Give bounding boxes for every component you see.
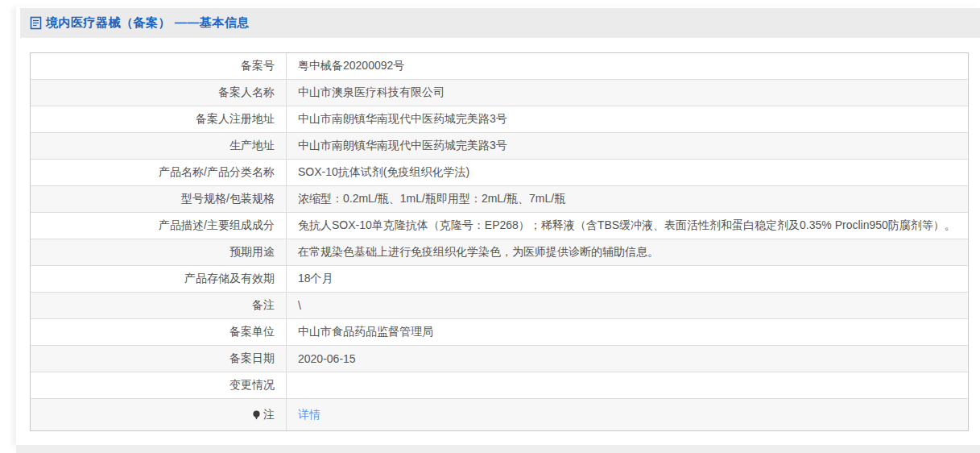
row-value-text: 中山市食品药品监督管理局: [298, 325, 433, 339]
row-label: 生产地址: [31, 133, 287, 159]
row-label: 备案日期: [31, 346, 287, 372]
row-label: 备案单位: [31, 319, 287, 345]
row-value-text: 2020-06-15: [298, 352, 356, 365]
row-value: 粤中械备20200092号: [287, 53, 968, 79]
row-label-text: 备案人名称: [218, 85, 275, 100]
bulb-icon: [252, 410, 261, 421]
row-value-text: 18个月: [298, 272, 333, 286]
row-label: 备案人名称: [31, 80, 287, 106]
row-value: SOX-10抗体试剂(免疫组织化学法): [287, 160, 968, 185]
row-value: 中山市澳泉医疗科技有限公司: [287, 80, 968, 106]
row-value: 详情: [287, 399, 968, 430]
row-value: 中山市南朗镇华南现代中医药城完美路3号: [287, 133, 968, 159]
row-value: 中山市食品药品监督管理局: [287, 319, 968, 345]
table-row: 备注\: [31, 293, 968, 319]
row-label: 备案人注册地址: [31, 106, 287, 132]
row-label: 型号规格/包装规格: [31, 186, 287, 212]
row-value: [287, 372, 968, 398]
table-row: 产品名称/产品分类名称SOX-10抗体试剂(免疫组织化学法): [31, 160, 968, 186]
row-value-text: SOX-10抗体试剂(免疫组织化学法): [298, 165, 469, 180]
row-value: 浓缩型：0.2mL/瓶、1mL/瓶即用型：2mL/瓶、7mL/瓶: [287, 186, 968, 212]
row-value-text: 中山市澳泉医疗科技有限公司: [298, 85, 445, 100]
row-value-text: 粤中械备20200092号: [298, 59, 404, 73]
info-table: 备案号粤中械备20200092号备案人名称中山市澳泉医疗科技有限公司备案人注册地…: [30, 52, 969, 431]
row-value: \: [287, 293, 968, 318]
row-label-text: 预期用途: [229, 245, 275, 260]
row-label: 产品描述/主要组成成分: [31, 213, 287, 239]
page-bottom-strip: [16, 445, 980, 453]
table-row: 预期用途在常规染色基础上进行免疫组织化学染色，为医师提供诊断的辅助信息。: [31, 239, 968, 266]
row-value: 在常规染色基础上进行免疫组织化学染色，为医师提供诊断的辅助信息。: [287, 239, 968, 265]
detail-link[interactable]: 详情: [298, 408, 320, 422]
row-label-text: 型号规格/包装规格: [181, 192, 275, 206]
row-value-text: \: [298, 299, 301, 312]
row-label-text: 变更情况: [229, 378, 275, 393]
table-row: 生产地址中山市南朗镇华南现代中医药城完美路3号: [31, 133, 968, 160]
row-value: 中山市南朗镇华南现代中医药城完美路3号: [287, 106, 968, 132]
table-row: 备案人注册地址中山市南朗镇华南现代中医药城完美路3号: [31, 106, 968, 133]
table-row: 产品描述/主要组成成分兔抗人SOX-10单克隆抗体（克隆号：EP268）；稀释液…: [31, 213, 968, 239]
table-row: 注详情: [31, 399, 968, 430]
table-row: 备案人名称中山市澳泉医疗科技有限公司: [31, 80, 968, 106]
page-container: 境内医疗器械（备案） ——基本信息 备案号粤中械备20200092号备案人名称中…: [16, 6, 980, 445]
row-label-text: 产品存储及有效期: [184, 272, 275, 286]
row-value-text: 中山市南朗镇华南现代中医药城完美路3号: [298, 112, 507, 127]
section-header: 境内医疗器械（备案） ——基本信息: [20, 8, 980, 38]
table-row: 备案号粤中械备20200092号: [31, 53, 968, 80]
row-label: 备注: [31, 293, 287, 318]
row-value: 2020-06-15: [287, 346, 968, 372]
row-label-text: 备案号: [241, 59, 275, 73]
row-value: 兔抗人SOX-10单克隆抗体（克隆号：EP268）；稀释液（含TBS缓冲液、表面…: [287, 213, 968, 239]
row-label: 产品存储及有效期: [31, 266, 287, 292]
table-row: 型号规格/包装规格浓缩型：0.2mL/瓶、1mL/瓶即用型：2mL/瓶、7mL/…: [31, 186, 968, 213]
row-label: 预期用途: [31, 239, 287, 265]
table-row: 变更情况: [31, 372, 968, 399]
table-row: 产品存储及有效期18个月: [31, 266, 968, 293]
page-title: 境内医疗器械（备案） ——基本信息: [46, 15, 250, 31]
row-label: 变更情况: [31, 372, 287, 398]
row-label-text: 备案日期: [229, 351, 275, 366]
row-value: 18个月: [287, 266, 968, 292]
row-value-text: 浓缩型：0.2mL/瓶、1mL/瓶即用型：2mL/瓶、7mL/瓶: [298, 192, 565, 206]
document-icon: [30, 16, 42, 30]
row-label-text: 注: [263, 408, 275, 422]
row-label-text: 产品描述/主要组成成分: [159, 218, 275, 233]
row-value-text: 在常规染色基础上进行免疫组织化学染色，为医师提供诊断的辅助信息。: [298, 245, 659, 260]
row-label: 备案号: [31, 53, 287, 79]
table-row: 备案单位中山市食品药品监督管理局: [31, 319, 968, 346]
row-label-text: 备注: [252, 298, 275, 313]
table-row: 备案日期2020-06-15: [31, 346, 968, 372]
row-label-text: 备案人注册地址: [196, 112, 275, 127]
row-label-text: 产品名称/产品分类名称: [159, 165, 275, 180]
row-value-text: 中山市南朗镇华南现代中医药城完美路3号: [298, 139, 507, 153]
row-label: 注: [31, 399, 287, 430]
row-label: 产品名称/产品分类名称: [31, 160, 287, 185]
row-value-text: 兔抗人SOX-10单克隆抗体（克隆号：EP268）；稀释液（含TBS缓冲液、表面…: [298, 218, 956, 233]
row-label-text: 生产地址: [229, 139, 275, 153]
row-label-text: 备案单位: [229, 325, 275, 339]
